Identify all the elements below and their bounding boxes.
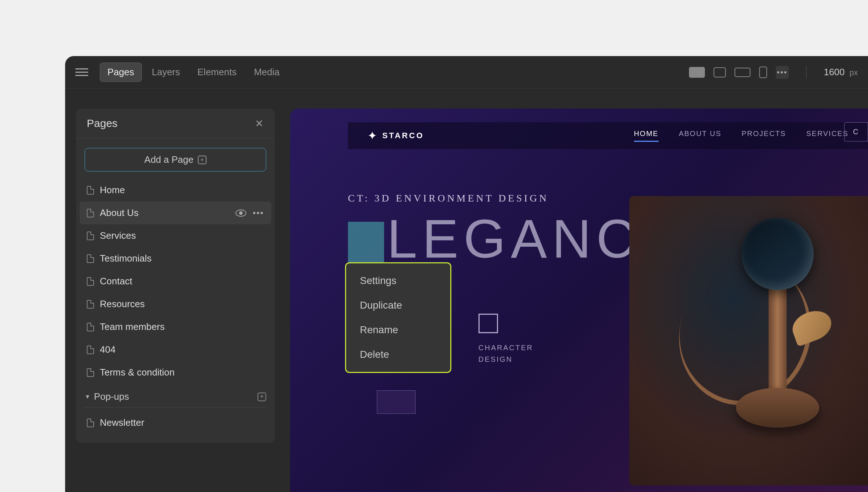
page-actions: ••• [235,208,264,218]
viewport-unit: px [850,68,858,77]
nav-services[interactable]: SERVICES [806,130,848,142]
hero-image [629,196,868,485]
page-icon [87,186,94,195]
page-item-about-us[interactable]: About Us ••• [80,202,271,224]
tab-media[interactable]: Media [247,63,287,81]
visibility-icon[interactable] [235,209,246,217]
device-desktop-icon[interactable] [689,67,705,78]
pages-panel: Pages ✕ Add a Page + Home About Us ••• [76,109,275,443]
page-icon [87,419,94,427]
popup-item-newsletter[interactable]: Newsletter [80,411,271,434]
viewport-size: 1600 px [824,67,858,78]
star-icon: ✦ [367,129,377,143]
page-item-testimonials[interactable]: Testimonials [80,247,271,270]
feature-character: CHARACTERDESIGN [478,314,533,365]
topbar-tabs: Pages Layers Elements Media [100,63,287,82]
cta-button[interactable] [377,390,416,414]
page-icon [87,277,94,286]
feature-label: CHARACTERDESIGN [478,342,533,365]
context-delete[interactable]: Delete [346,342,450,367]
site-logo[interactable]: ✦ STARCO [367,129,424,143]
app-window: Pages Layers Elements Media ••• 1600 px … [65,56,868,492]
caret-down-icon: ▼ [85,394,90,400]
page-icon [87,300,94,309]
site-header: ✦ STARCO HOME ABOUT US PROJECTS SERVICES [348,122,868,149]
page-item-resources[interactable]: Resources [80,293,271,315]
page-item-404[interactable]: 404 [80,338,271,361]
hamburger-menu[interactable] [75,68,88,76]
page-label: 404 [100,344,264,355]
context-menu: Settings Duplicate Rename Delete [345,262,451,373]
page-icon [87,232,94,240]
tab-elements[interactable]: Elements [190,63,244,81]
panel-header: Pages ✕ [76,109,275,139]
context-duplicate[interactable]: Duplicate [346,293,450,318]
section-label: Pop-ups [94,391,254,402]
antique-phone-graphic [731,218,825,420]
page-item-services[interactable]: Services [80,224,271,247]
page-label: Team members [100,321,264,332]
site-nav: HOME ABOUT US PROJECTS SERVICES [634,130,848,142]
nav-about[interactable]: ABOUT US [679,130,722,142]
topbar: Pages Layers Elements Media ••• 1600 px [65,56,868,89]
page-icon [87,323,94,331]
add-page-label: Add a Page [144,154,193,165]
viewport-width: 1600 [824,67,845,77]
device-tablet-portrait-icon[interactable] [714,67,726,77]
page-item-home[interactable]: Home [80,179,271,202]
logo-text: STARCO [382,131,424,140]
page-list: Home About Us ••• Services Testimonials [76,179,275,384]
popup-list: Newsletter [76,411,275,434]
popups-section-header[interactable]: ▼ Pop-ups + [76,384,275,407]
device-mobile-icon[interactable] [759,67,767,78]
add-popup-icon[interactable]: + [258,393,266,401]
nav-home[interactable]: HOME [634,130,659,142]
contact-button[interactable]: C [844,122,868,141]
panel-title: Pages [87,117,118,130]
context-settings[interactable]: Settings [346,268,450,293]
context-rename[interactable]: Rename [346,318,450,342]
page-icon [87,345,94,354]
page-label: Resources [100,298,264,310]
page-label: Home [100,184,264,196]
page-more-icon[interactable]: ••• [253,208,264,218]
page-item-contact[interactable]: Contact [80,270,271,293]
page-label: About Us [100,207,230,219]
add-page-button[interactable]: Add a Page + [85,148,266,171]
page-item-terms[interactable]: Terms & condition [80,361,271,384]
page-icon [87,254,94,263]
page-item-team-members[interactable]: Team members [80,315,271,338]
nav-projects[interactable]: PROJECTS [742,130,786,142]
tab-layers[interactable]: Layers [145,63,187,81]
popup-label: Newsletter [100,417,264,428]
page-label: Services [100,230,264,241]
page-label: Testimonials [100,253,264,264]
device-more-button[interactable]: ••• [776,66,789,79]
device-switcher: ••• 1600 px [689,66,858,79]
close-icon[interactable]: ✕ [254,118,264,128]
plus-icon: + [198,156,207,164]
page-icon [87,209,94,217]
tab-pages[interactable]: Pages [100,63,142,82]
divider [85,407,266,408]
page-label: Terms & condition [100,367,264,378]
divider [806,66,807,79]
square-icon [478,314,498,333]
page-icon [87,368,94,377]
device-tablet-landscape-icon[interactable] [735,68,750,77]
page-label: Contact [100,276,264,287]
